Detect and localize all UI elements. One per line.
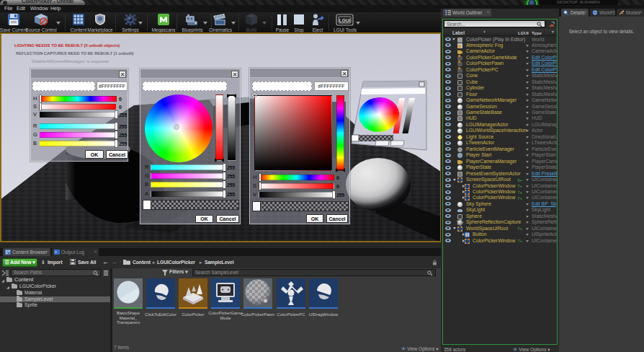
svg-text:LGUI: LGUI <box>339 18 351 23</box>
